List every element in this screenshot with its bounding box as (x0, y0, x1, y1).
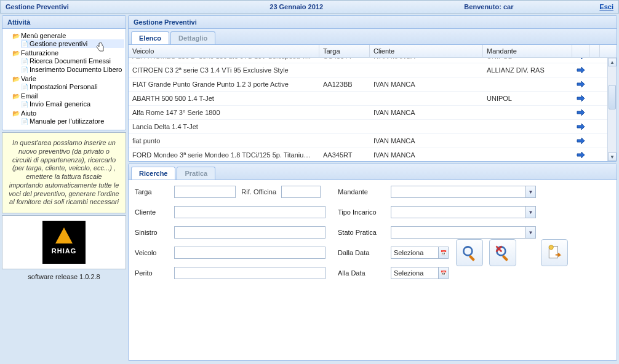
logo-panel: RHIAG (2, 215, 126, 269)
export-button[interactable] (541, 239, 568, 266)
aiuto-folder[interactable]: Aiuto Manuale per l'utilizzatore (12, 109, 124, 126)
table-row[interactable]: CITROEN C3 2ª serie C3 1.4 VTi 95 Exclus… (129, 63, 617, 77)
sinistro-input[interactable] (174, 226, 325, 239)
svg-rect-3 (502, 255, 509, 262)
invio-email-item[interactable]: Invio Email generica (21, 100, 124, 108)
magnifier-icon (461, 244, 478, 261)
cell-targa (319, 92, 370, 105)
cell-veicolo: Lancia Delta 1.4 T-Jet (129, 120, 319, 133)
cliente-input[interactable] (174, 206, 325, 218)
cell-action[interactable] (572, 77, 589, 91)
menu-generale-folder[interactable]: Menù generale Gestione preventivi (12, 31, 124, 49)
document-icon (21, 100, 28, 108)
alla-data-picker[interactable]: Seleziona📅 (391, 267, 449, 279)
cell-cliente: IVAN MANCA (370, 77, 483, 91)
cell-action[interactable] (572, 134, 589, 148)
table-row[interactable]: Alfa Rome 147 3° Serie 1800IVAN MANCA (129, 106, 617, 120)
label-alla-data: Alla Data (338, 269, 386, 277)
col-header-cliente[interactable]: Cliente (370, 45, 483, 57)
calendar-icon: 📅 (438, 267, 448, 279)
calendar-icon: 📅 (438, 247, 448, 258)
cell-mandante: UNIPOL (483, 92, 572, 105)
current-date: 23 Gennaio 2012 (129, 3, 464, 10)
cell-targa: CC456TT (319, 58, 370, 63)
chevron-down-icon: ▼ (525, 186, 535, 197)
col-header-scroll (589, 45, 600, 57)
gestione-preventivi-panel: Gestione Preventivi Elenco Dettaglio Vei… (128, 15, 617, 162)
tab-pratica[interactable]: Pratica (177, 167, 215, 180)
tipo-incarico-combo[interactable]: ▼ (391, 206, 536, 218)
veicolo-input[interactable] (174, 247, 325, 259)
cell-veicolo: fiat punto (129, 134, 319, 148)
cell-cliente (370, 92, 483, 105)
cell-mandante: ALLIANZ DIV. RAS (483, 63, 572, 77)
table-row[interactable]: Lancia Delta 1.4 T-Jet (129, 120, 617, 134)
help-text-box: In quest'area possiamo inserire un nuovo… (2, 132, 126, 213)
col-header-veicolo[interactable]: Veicolo (129, 45, 319, 57)
cell-action[interactable] (572, 106, 589, 119)
cell-targa (319, 134, 370, 148)
document-icon (21, 40, 28, 47)
fatturazione-folder[interactable]: Fatturazione Ricerca Documenti Emessi In… (12, 49, 124, 74)
manuale-item[interactable]: Manuale per l'utilizzatore (21, 117, 124, 125)
cell-cliente: IVAN MANCA (370, 106, 483, 119)
logout-link[interactable]: Esci (599, 3, 613, 10)
email-folder[interactable]: Email Invio Email generica (12, 92, 124, 109)
logo-brand-text: RHIAG (52, 247, 76, 255)
document-icon (21, 57, 28, 65)
scroll-up-button[interactable]: ▲ (608, 58, 617, 66)
cell-action[interactable] (572, 92, 589, 105)
rhiag-logo: RHIAG (42, 221, 86, 264)
cell-cliente (370, 120, 483, 133)
cell-mandante (483, 134, 572, 148)
arrow-right-icon (577, 109, 585, 116)
main-panel-title: Gestione Preventivi (129, 16, 617, 29)
cell-mandante: UNIPOL (483, 58, 572, 63)
clear-button[interactable] (489, 239, 516, 266)
software-release: software release 1.0.2.8 (2, 271, 126, 282)
cell-veicolo: ABARTH 500 500 1.4 T-Jet (129, 92, 319, 105)
label-perito: Perito (135, 269, 169, 277)
cell-action[interactable] (572, 63, 589, 77)
folder-open-icon (12, 32, 20, 39)
varie-folder[interactable]: Varie Impostazioni Personali (12, 74, 124, 92)
cell-targa: AA123BB (319, 77, 370, 91)
tab-dettaglio[interactable]: Dettaglio (170, 31, 215, 44)
scroll-down-button[interactable]: ▼ (608, 152, 617, 161)
search-button[interactable] (456, 239, 483, 266)
cell-action[interactable] (572, 58, 589, 63)
cell-action[interactable] (572, 120, 589, 133)
table-row[interactable]: FORD Mondeo 3ª serie Mondeo 1.8 TDCi/125… (129, 148, 617, 161)
arrow-right-icon (577, 58, 585, 60)
targa-input[interactable] (174, 186, 236, 198)
ricerca-documenti-item[interactable]: Ricerca Documenti Emessi (21, 57, 124, 65)
perito-input[interactable] (174, 267, 325, 279)
dalla-data-picker[interactable]: Seleziona📅 (391, 247, 449, 259)
cell-action[interactable] (572, 148, 589, 161)
gestione-preventivi-item[interactable]: Gestione preventivi (21, 39, 124, 48)
scroll-thumb[interactable] (609, 85, 616, 109)
tab-elenco[interactable]: Elenco (131, 31, 169, 44)
rif-officina-input[interactable] (281, 186, 321, 198)
cell-cliente: IVAN MANCA (370, 58, 483, 63)
table-row[interactable]: fiat puntoIVAN MANCA (129, 134, 617, 148)
col-header-targa[interactable]: Targa (319, 45, 370, 57)
welcome-text: Benvenuto: car (464, 3, 599, 10)
magnifier-x-icon (494, 244, 511, 261)
cell-mandante (483, 120, 572, 133)
scroll-track[interactable] (608, 66, 617, 152)
grid-scrollbar[interactable]: ▲ ▼ (607, 58, 617, 161)
table-row[interactable]: ABARTH 500 500 1.4 T-JetUNIPOL (129, 92, 617, 106)
cell-veicolo: Alfa Rome 147 3° Serie 1800 (129, 106, 319, 119)
topbar: Gestione Preventivi 23 Gennaio 2012 Benv… (0, 0, 619, 14)
mandante-combo[interactable]: ▼ (391, 186, 536, 198)
cell-mandante (483, 106, 572, 119)
tab-ricerche[interactable]: Ricerche (131, 167, 175, 180)
inserimento-documento-item[interactable]: Inserimento Documento Libero (21, 65, 124, 74)
stato-pratica-combo[interactable]: ▼ (391, 226, 536, 239)
table-row[interactable]: FIAT Grande Punto Grande Punto 1.2 3 por… (129, 77, 617, 92)
impostazioni-personali-item[interactable]: Impostazioni Personali (21, 82, 124, 91)
label-veicolo: Veicolo (135, 249, 169, 256)
col-header-mandante[interactable]: Mandante (483, 45, 572, 57)
table-row[interactable]: ALFA ROMEO 156 2ª serie 156 2.0 JTS 16V … (129, 58, 617, 63)
